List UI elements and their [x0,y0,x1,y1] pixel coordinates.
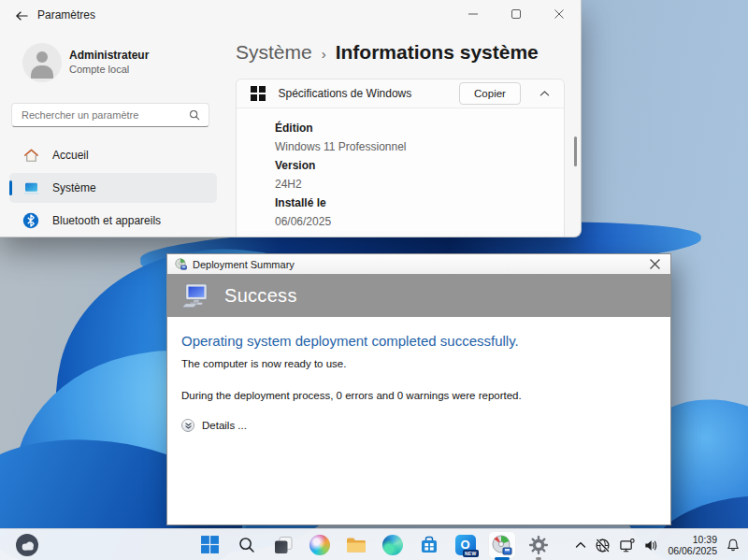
start-button[interactable] [196,531,224,559]
copilot-icon [309,535,330,555]
taskbar: O NEW [0,528,748,560]
sidebar-item-label: Système [52,181,96,194]
page-title: Informations système [336,41,539,64]
minimize-button[interactable] [452,0,495,27]
maximize-icon [511,9,521,19]
caption-buttons [452,0,581,27]
chevron-up-icon [575,541,586,549]
spec-label: Édition [275,119,564,137]
scrollbar[interactable] [574,136,577,166]
home-icon [22,147,40,165]
windows-specs-header: Spécifications de Windows Copier [237,79,564,108]
taskbar-center: O NEW [196,531,553,559]
details-toggle[interactable]: Details ... [181,419,655,432]
dialog-titlebar: Deployment Summary [167,254,670,274]
spec-value: 06/06/2025 [275,212,564,231]
laptop-icon [22,179,40,197]
task-view-button[interactable] [269,531,297,559]
active-window-indicator [495,557,510,560]
file-explorer-button[interactable] [342,531,370,559]
spec-label: Installé le [275,194,564,212]
mdt-wizard-button[interactable] [488,531,516,559]
settings-button[interactable] [525,531,553,559]
deployment-ready-text: The computer is now ready to use. [181,358,655,369]
breadcrumb-parent[interactable]: Système [236,41,312,64]
windows-specs-body: Édition Windows 11 Professionnel Version… [237,108,564,231]
store-icon [419,535,439,555]
dialog-close-button[interactable] [644,256,665,272]
sidebar-item-accueil[interactable]: Accueil [9,140,217,170]
notification-center-button[interactable] [726,538,741,553]
widgets-weather-button[interactable] [15,533,39,557]
search-icon [189,109,200,121]
account-type: Compte local [69,64,129,75]
hidden-icons-button[interactable] [575,541,586,549]
spec-value: Windows 11 Professionnel [275,137,564,156]
edge-icon [382,535,403,555]
folder-icon [345,534,367,556]
chevron-up-icon [539,90,550,97]
gear-icon [528,535,549,555]
sidebar-item-bluetooth[interactable]: Bluetooth et appareils [9,206,217,236]
globe-no-internet-icon [595,538,611,553]
collapse-expander-button[interactable] [534,90,554,97]
account-name: Administrateur [69,49,149,62]
close-icon [554,9,564,19]
outlook-new-badge: NEW [463,550,479,557]
deployment-summary-dialog: Deployment Summary Success Operating sys… [166,253,671,525]
maximize-button[interactable] [495,0,538,27]
speaker-icon [643,538,659,553]
search-input[interactable] [12,109,189,121]
volume-button[interactable] [643,538,659,553]
copilot-button[interactable] [306,531,334,559]
weather-cloud-icon [15,533,39,557]
tray-date: 06/06/2025 [668,545,717,556]
clock[interactable]: 10:39 06/06/2025 [668,534,717,556]
close-icon [650,259,660,269]
dialog-title: Deployment Summary [193,259,295,270]
dialog-body: Operating system deployment completed su… [167,317,670,432]
edge-button[interactable] [379,531,407,559]
sidebar-item-label: Bluetooth et appareils [52,214,161,227]
taskbar-search-button[interactable] [233,531,261,559]
close-button[interactable] [538,0,581,27]
microsoft-store-button[interactable] [415,531,443,559]
sidebar-item-systeme[interactable]: Système [9,173,217,203]
settings-titlebar: Paramètres [0,0,581,30]
copy-button[interactable]: Copier [459,82,521,105]
dialog-banner: Success [167,274,670,317]
selected-indicator [9,180,12,195]
avatar [22,43,62,82]
windows-logo-icon [251,86,266,101]
deployment-result-heading: Operating system deployment completed su… [181,333,655,349]
card-title: Spécifications de Windows [279,87,460,100]
details-label: Details ... [202,420,247,431]
open-window-indicator [536,557,541,560]
spec-value: 24H2 [275,175,564,194]
windows-specs-card: Spécifications de Windows Copier Édition… [236,79,565,237]
window-title: Paramètres [37,8,95,22]
deployment-wizard-icon [175,258,187,270]
mdt-wizard-icon [491,534,513,556]
minimize-icon [468,9,478,19]
chevron-double-down-icon [181,419,194,432]
system-tray: 10:39 06/06/2025 [575,529,741,560]
arrow-left-icon [15,10,29,22]
settings-search-box[interactable] [11,103,209,127]
tray-time: 10:39 [668,534,717,545]
breadcrumb-separator: › [322,46,326,62]
bluetooth-icon [22,212,40,229]
breadcrumb: Système › Informations système [236,41,539,64]
windows-start-icon [200,535,220,554]
bell-icon [726,538,741,553]
network-button[interactable] [619,538,635,553]
outlook-icon: O NEW [455,535,476,555]
settings-sidebar: Accueil Système Bluetooth et appareils [9,140,217,237]
task-view-icon [273,535,294,555]
no-internet-button[interactable] [595,538,611,553]
outlook-button[interactable]: O NEW [452,531,480,559]
ethernet-monitor-icon [619,538,635,553]
desktop: Paramètres Administrateur Compte local [0,0,748,560]
sidebar-item-label: Accueil [52,149,89,162]
back-button[interactable] [11,7,32,24]
